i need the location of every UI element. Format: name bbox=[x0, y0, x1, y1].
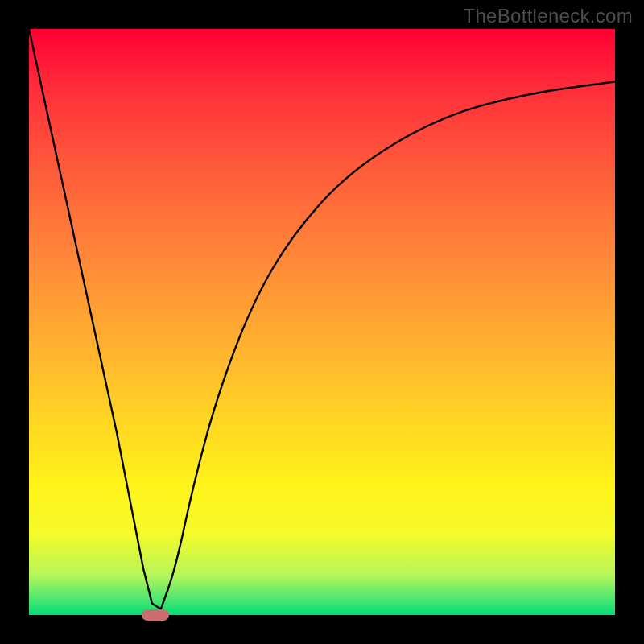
plot-area bbox=[29, 29, 615, 615]
chart-frame: TheBottleneck.com bbox=[0, 0, 644, 644]
watermark-text: TheBottleneck.com bbox=[463, 5, 633, 27]
bottleneck-curve bbox=[29, 29, 615, 615]
ideal-point-marker bbox=[142, 609, 169, 621]
